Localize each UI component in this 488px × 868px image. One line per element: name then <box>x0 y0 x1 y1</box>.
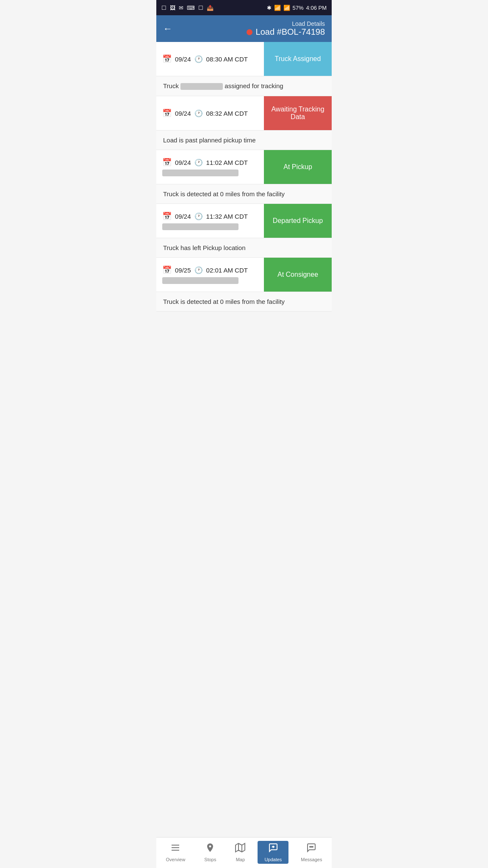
event-details: 📅 09/25 🕐 02:01 AM CDT <box>156 258 264 292</box>
clock-icon: 🕐 <box>194 109 203 117</box>
event-time: 11:02 AM CDT <box>206 159 248 166</box>
event-datetime: 📅 09/24 🕐 08:30 AM CDT <box>162 54 258 64</box>
event-time: 11:32 AM CDT <box>206 213 248 220</box>
clock-icon: 🕐 <box>194 266 203 274</box>
event-row: 📅 09/24 🕐 11:32 AM CDT Departed Pickup <box>156 204 332 238</box>
messages-label: Messages <box>301 857 322 862</box>
event-datetime: 📅 09/24 🕐 11:02 AM CDT <box>162 158 258 167</box>
overview-label: Overview <box>166 857 185 862</box>
updates-label: Updates <box>264 857 282 862</box>
nav-map[interactable]: Map <box>228 841 252 864</box>
event-date: 09/24 <box>175 56 191 63</box>
event-row: 📅 09/24 🕐 11:02 AM CDT At Pickup <box>156 150 332 184</box>
calendar-icon: 📅 <box>162 265 172 275</box>
event-description: Load is past planned pickup time <box>156 131 332 150</box>
back-button[interactable]: ← <box>163 22 176 36</box>
nav-stops[interactable]: Stops <box>197 841 223 864</box>
event-date: 09/25 <box>175 267 191 274</box>
svg-point-9 <box>310 846 311 847</box>
stops-icon <box>205 843 215 855</box>
event-date: 09/24 <box>175 110 191 117</box>
at-pickup-badge[interactable]: At Pickup <box>264 150 332 184</box>
event-details: 📅 09/24 🕐 11:02 AM CDT <box>156 150 264 184</box>
status-bar-right: ✱ 📶 📶 57% 4:06 PM <box>267 5 327 11</box>
event-datetime: 📅 09/24 🕐 08:32 AM CDT <box>162 108 258 118</box>
event-date: 09/24 <box>175 213 191 220</box>
svg-point-10 <box>311 846 312 847</box>
badge-label: Awaiting Tracking Data <box>268 106 327 121</box>
event-details: 📅 09/24 🕐 11:32 AM CDT <box>156 204 264 238</box>
clock-icon: 🕐 <box>194 212 203 220</box>
departed-pickup-badge[interactable]: Departed Pickup <box>264 204 332 238</box>
status-bar: ☐ 🖼 ✉ ⌨ ☐ 📤 ✱ 📶 📶 57% 4:06 PM <box>156 0 332 15</box>
event-date: 09/24 <box>175 159 191 166</box>
map-icon <box>235 843 245 855</box>
events-list: 📅 09/24 🕐 08:30 AM CDT Truck Assigned Tr… <box>156 42 332 345</box>
calendar-icon: 📅 <box>162 54 172 64</box>
badge-label: Truck Assigned <box>275 55 321 63</box>
messages-icon <box>306 843 316 855</box>
clock-icon: 🕐 <box>194 55 203 63</box>
image-icon: 🖼 <box>170 5 175 11</box>
load-number: Load #BOL-74198 <box>247 27 325 37</box>
event-time: 08:32 AM CDT <box>206 110 248 117</box>
tablet-icon: ☐ <box>198 5 203 11</box>
svg-point-11 <box>312 846 313 847</box>
nav-messages[interactable]: Messages <box>294 841 329 864</box>
bluetooth-icon: ✱ <box>267 5 272 11</box>
event-description: Truck ████████ assigned for tracking <box>156 76 332 96</box>
calendar-icon: 📅 <box>162 108 172 118</box>
stops-label: Stops <box>204 857 216 862</box>
redacted-location <box>162 277 238 284</box>
status-dot <box>247 29 252 35</box>
nav-updates[interactable]: Updates <box>258 841 288 864</box>
event-description: Truck has left Pickup location <box>156 238 332 258</box>
overview-icon <box>170 843 180 855</box>
signal-icon: 📶 <box>283 5 290 11</box>
event-details: 📅 09/24 🕐 08:30 AM CDT <box>156 42 264 76</box>
badge-label: At Consignee <box>277 271 318 278</box>
event-time: 08:30 AM CDT <box>206 56 248 63</box>
awaiting-tracking-badge[interactable]: Awaiting Tracking Data <box>264 96 332 130</box>
event-row: 📅 09/24 🕐 08:30 AM CDT Truck Assigned <box>156 42 332 76</box>
calendar-icon: 📅 <box>162 158 172 167</box>
event-datetime: 📅 09/25 🕐 02:01 AM CDT <box>162 265 258 275</box>
updates-icon <box>268 843 278 855</box>
map-label: Map <box>236 857 245 862</box>
nav-overview[interactable]: Overview <box>159 841 192 864</box>
time-display: 4:06 PM <box>306 5 327 11</box>
event-time: 02:01 AM CDT <box>206 267 248 274</box>
event-description: Truck is detected at 0 miles from the fa… <box>156 184 332 204</box>
keyboard-icon: ⌨ <box>187 5 195 11</box>
redacted-location <box>162 223 238 230</box>
event-description: Truck is detected at 0 miles from the fa… <box>156 292 332 312</box>
header: ← Load Details Load #BOL-74198 <box>156 15 332 42</box>
mail-icon: ✉ <box>179 5 183 11</box>
event-details: 📅 09/24 🕐 08:32 AM CDT <box>156 96 264 130</box>
event-row: 📅 09/24 🕐 08:32 AM CDT Awaiting Tracking… <box>156 96 332 131</box>
device-icon: ☐ <box>161 5 166 11</box>
badge-label: Departed Pickup <box>273 217 323 225</box>
svg-marker-3 <box>236 843 245 852</box>
redacted-location <box>162 170 238 176</box>
event-row: 📅 09/25 🕐 02:01 AM CDT At Consignee <box>156 258 332 292</box>
wifi-icon: 📶 <box>274 5 281 11</box>
bottom-navigation: Overview Stops Map Updates <box>156 837 332 868</box>
redacted-truck-id: ████████ <box>180 83 223 90</box>
event-datetime: 📅 09/24 🕐 11:32 AM CDT <box>162 211 258 221</box>
truck-assigned-badge[interactable]: Truck Assigned <box>264 42 332 76</box>
page-title: Load Details <box>292 20 325 27</box>
battery-level: 57% <box>293 5 304 11</box>
calendar-icon: 📅 <box>162 211 172 221</box>
clock-icon: 🕐 <box>194 159 203 167</box>
upload-icon: 📤 <box>207 5 214 11</box>
badge-label: At Pickup <box>283 163 312 171</box>
at-consignee-badge[interactable]: At Consignee <box>264 258 332 292</box>
status-bar-left: ☐ 🖼 ✉ ⌨ ☐ 📤 <box>161 5 214 11</box>
header-right: Load Details Load #BOL-74198 <box>247 20 325 37</box>
